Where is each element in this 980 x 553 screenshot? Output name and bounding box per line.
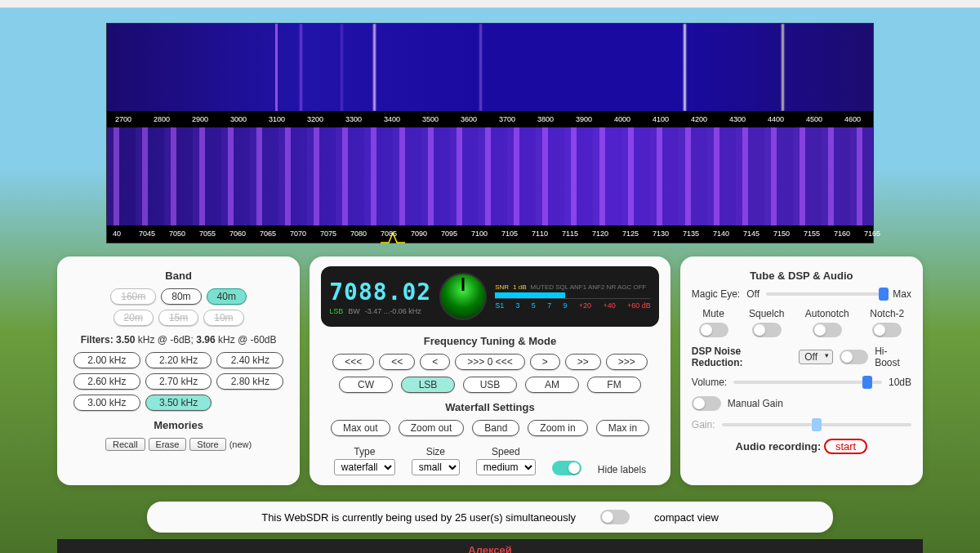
autonotch-label: Autonotch: [805, 308, 849, 319]
freq-tick: 2900: [192, 115, 208, 123]
wf-band[interactable]: Band: [472, 420, 519, 436]
type-select[interactable]: waterfall: [334, 459, 395, 475]
tuning-title: Frequency Tuning & Mode: [321, 335, 659, 347]
erase-button[interactable]: Erase: [149, 438, 187, 451]
tune-fastdown[interactable]: <<<: [332, 354, 374, 370]
recording-label: Audio recording:: [736, 440, 822, 453]
mute-toggle[interactable]: [699, 323, 728, 337]
bw-value: -3.47 ...-0.06 kHz: [365, 307, 421, 315]
wf-maxin[interactable]: Max in: [596, 420, 649, 436]
notch2-toggle[interactable]: [872, 323, 902, 337]
frequency-display: 7088.02 LSB BW -3.47 ...-0.06 kHz SNR1 d…: [321, 266, 659, 327]
band-title: Band: [69, 270, 288, 282]
tune-center[interactable]: >>> 0 <<<: [455, 354, 524, 370]
mode-usb[interactable]: USB: [463, 377, 517, 393]
freq-tick: 7165: [864, 230, 880, 238]
hide-labels-toggle[interactable]: [552, 461, 581, 475]
freq-ruler-lower: 4070457050705570607065707070757080708570…: [107, 225, 873, 242]
size-label: Size: [426, 446, 445, 457]
squelch-toggle[interactable]: [752, 323, 782, 337]
tune-fastup[interactable]: >>>: [606, 354, 648, 370]
compact-toggle[interactable]: [600, 510, 630, 524]
freq-tick: 7145: [743, 230, 760, 238]
filter-2.80[interactable]: 2.80 kHz: [216, 373, 283, 390]
freq-tick: 7095: [441, 230, 457, 238]
filter-2.70[interactable]: 2.70 kHz: [145, 373, 212, 390]
waterfall-upper: [107, 24, 873, 111]
gain-label: Gain:: [692, 419, 715, 430]
magiceye-value: Off: [746, 288, 760, 300]
freq-tick: 3600: [461, 115, 477, 123]
mode-fm[interactable]: FM: [587, 377, 641, 393]
speed-select[interactable]: medium: [476, 459, 536, 475]
status-bar: This WebSDR is currently being used by 2…: [147, 502, 833, 533]
squelch-label: Squelch: [749, 308, 784, 319]
tune-medup[interactable]: >>: [565, 354, 601, 370]
tune-up[interactable]: >: [530, 354, 560, 370]
freq-tick: 7055: [199, 230, 216, 238]
volume-slider[interactable]: [733, 381, 882, 384]
freq-tick: 2800: [154, 115, 170, 123]
tune-down[interactable]: <: [420, 354, 450, 370]
hiboost-label: Hi-Boost: [875, 346, 911, 368]
s-meter: SNR1 dB MUTED SQL ANF1 ANF2 NR AGC OFF S…: [495, 283, 651, 310]
freq-tick: 40: [113, 230, 121, 238]
tune-meddown[interactable]: <<: [379, 354, 415, 370]
magiceye-label: Magic Eye:: [692, 288, 740, 300]
volume-value: 10dB: [889, 377, 911, 388]
mode-cw[interactable]: CW: [339, 377, 393, 393]
store-button[interactable]: Store: [189, 438, 225, 451]
wf-zoomin[interactable]: Zoom in: [528, 420, 587, 436]
mode-lsb[interactable]: LSB: [401, 377, 455, 393]
hiboost-toggle[interactable]: [840, 350, 868, 364]
freq-tick: 3800: [537, 115, 554, 123]
filter-2.20[interactable]: 2.20 kHz: [145, 352, 212, 368]
band-40m[interactable]: 40m: [207, 288, 247, 305]
tuning-dial[interactable]: [439, 273, 487, 320]
freq-tick: 7100: [471, 230, 488, 238]
freq-ruler-upper: 2700280029003000310032003300340035003600…: [107, 111, 873, 127]
size-select[interactable]: small: [412, 459, 460, 475]
freq-tick: 7160: [834, 230, 850, 238]
freq-tick: 7060: [229, 230, 246, 238]
filter-2.00[interactable]: 2.00 kHz: [74, 352, 140, 368]
filter-2.40[interactable]: 2.40 kHz: [216, 352, 283, 368]
magiceye-slider[interactable]: [766, 292, 886, 296]
freq-tick: 3500: [422, 115, 439, 123]
autonotch-toggle[interactable]: [813, 323, 842, 337]
freq-tick: 3000: [230, 115, 247, 123]
footer: Алексей: [57, 539, 923, 553]
filter-3.00[interactable]: 3.00 kHz: [74, 395, 140, 411]
speed-label: Speed: [492, 446, 520, 457]
mute-label: Mute: [702, 308, 724, 319]
freq-tick: 7150: [773, 230, 790, 238]
record-start-button[interactable]: start: [824, 439, 867, 454]
freq-tick: 7080: [350, 230, 367, 238]
freq-tick: 3900: [576, 115, 592, 123]
freq-tick: 7130: [653, 230, 669, 238]
audio-panel: Tube & DSP & Audio Magic Eye: Off Max Mu…: [680, 256, 923, 485]
dsp-nr-label: DSP Noise Reduction:: [692, 346, 792, 368]
band-15m: 15m: [158, 310, 198, 326]
gain-slider[interactable]: [722, 423, 911, 426]
band-panel: Band 160m 80m 40m 20m 15m 10m Filters: 3…: [57, 256, 300, 485]
band-80m[interactable]: 80m: [161, 288, 201, 305]
wf-maxout[interactable]: Max out: [331, 420, 390, 436]
dsp-nr-select[interactable]: Off: [799, 350, 833, 364]
footer-name: Алексей: [468, 544, 512, 553]
manualgain-toggle[interactable]: [692, 396, 721, 411]
filter-2.60[interactable]: 2.60 kHz: [74, 373, 140, 390]
freq-tick: 3100: [269, 115, 285, 123]
recall-button[interactable]: Recall: [105, 438, 145, 451]
freq-tick: 7070: [290, 230, 306, 238]
wf-zoomout[interactable]: Zoom out: [399, 420, 465, 436]
memories-title: Memories: [69, 419, 288, 431]
mode-am[interactable]: AM: [525, 377, 579, 393]
freq-tick: 7120: [592, 230, 608, 238]
tuning-panel: 7088.02 LSB BW -3.47 ...-0.06 kHz SNR1 d…: [310, 256, 670, 485]
freq-tick: 4400: [768, 115, 784, 123]
waterfall-display[interactable]: 2700280029003000310032003300340035003600…: [106, 23, 874, 243]
freq-tick: 7075: [320, 230, 336, 238]
filter-3.50[interactable]: 3.50 kHz: [145, 395, 212, 411]
freq-tick: 7135: [683, 230, 699, 238]
